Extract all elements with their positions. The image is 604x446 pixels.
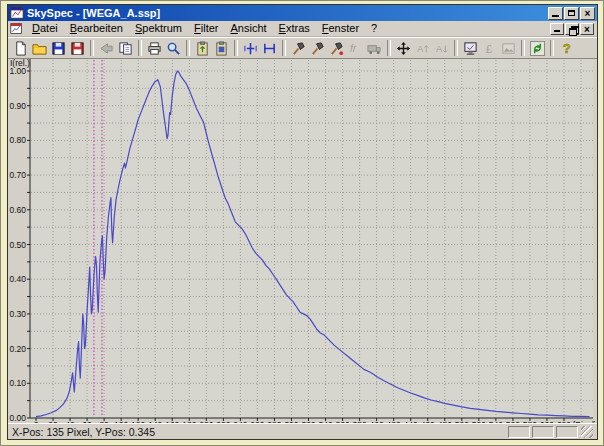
menu-item-bearbeiten[interactable]: Bearbeiten	[64, 21, 129, 36]
picture-icon	[501, 41, 516, 56]
plot-area[interactable]	[30, 59, 593, 418]
fr-icon: fr	[348, 41, 363, 56]
x-tick-label: 60	[82, 420, 92, 423]
svg-text:fr: fr	[350, 43, 357, 54]
folder-icon	[32, 41, 47, 56]
x-tick-label: 280	[267, 420, 281, 423]
x-tick-label: 40	[65, 420, 75, 423]
svg-text:£: £	[486, 42, 493, 54]
menu-item-datei[interactable]: Datei	[26, 21, 64, 36]
copy-button[interactable]	[116, 39, 135, 57]
crosshair-cursor-button[interactable]	[241, 39, 260, 57]
move-button[interactable]	[394, 39, 413, 57]
scale-down-button: A	[432, 39, 451, 57]
x-tick-label: 440	[404, 420, 418, 423]
x-tick-label: 380	[353, 420, 367, 423]
x-tick-label: 240	[233, 420, 247, 423]
status-panel	[556, 426, 578, 438]
tool-2-button[interactable]	[308, 39, 327, 57]
save-button[interactable]	[49, 39, 68, 57]
display-button[interactable]	[461, 39, 480, 57]
title-bar[interactable]: SkySpec - [WEGA_A.ssp] ×	[8, 5, 597, 21]
tool-1-button[interactable]	[289, 39, 308, 57]
floppy-red-icon	[70, 41, 85, 56]
menu-item-extras[interactable]: Extras	[273, 21, 316, 36]
x-tick-label: 460	[421, 420, 435, 423]
mdi-minimize-button[interactable]	[550, 23, 564, 35]
spectrum-chart[interactable]: 0204060801001201401601802002202402602803…	[8, 59, 595, 423]
paste-spectrum-button[interactable]	[193, 39, 212, 57]
save-as-button[interactable]	[68, 39, 87, 57]
printer-icon	[147, 41, 162, 56]
help-icon: ?	[559, 41, 574, 56]
toolbar-separator	[138, 40, 142, 56]
page-icon	[13, 41, 28, 56]
hammer-icon	[310, 41, 325, 56]
x-tick-label: 120	[131, 420, 145, 423]
x-tick-label: 500	[455, 420, 469, 423]
y-tick-label: 0.00	[9, 413, 26, 423]
tool-3-button[interactable]	[327, 39, 346, 57]
print-button[interactable]	[145, 39, 164, 57]
x-tick-label: 620	[557, 420, 571, 423]
copy-icon	[118, 41, 133, 56]
open-file-button[interactable]	[30, 39, 49, 57]
y-tick-label: 0.10	[9, 378, 26, 388]
x-tick-label: 600	[540, 420, 554, 423]
toolbar-separator	[186, 40, 190, 56]
menu-item-ansicht[interactable]: Ansicht	[224, 21, 272, 36]
menu-item-[interactable]: ?	[365, 21, 383, 36]
range-icon	[262, 41, 277, 56]
mdi-restore-button[interactable]	[565, 23, 579, 35]
x-tick-label: 140	[148, 420, 162, 423]
chart-area: 0204060801001201401601802002202402602803…	[8, 59, 597, 423]
mdi-close-button[interactable]: ×	[580, 23, 594, 35]
document-icon[interactable]	[10, 22, 23, 35]
maximize-button[interactable]	[564, 7, 579, 20]
help-button[interactable]: ?	[557, 39, 576, 57]
hammer-dot-icon	[329, 41, 344, 56]
status-panel	[532, 426, 554, 438]
y-tick-label: 0.40	[9, 274, 26, 284]
menu-item-filter[interactable]: Filter	[188, 21, 224, 36]
toolbar-separator	[282, 40, 286, 56]
x-axis-unit-label: [Pixel]	[573, 420, 595, 423]
arrow-left-icon	[99, 41, 114, 56]
y-tick-label: 0.50	[9, 240, 26, 250]
refresh-icon	[530, 41, 545, 56]
refresh-button[interactable]	[528, 39, 547, 57]
x-tick-label: 180	[182, 420, 196, 423]
toolbar-separator	[550, 40, 554, 56]
crosshair-icon	[243, 41, 258, 56]
x-tick-label: 20	[48, 420, 58, 423]
app-icon	[10, 6, 24, 20]
pound-icon: £	[482, 41, 497, 56]
hammer-icon	[291, 41, 306, 56]
menu-item-spektrum[interactable]: Spektrum	[129, 21, 188, 36]
image-button	[499, 39, 518, 57]
x-tick-label: 340	[318, 420, 332, 423]
toolbar-separator	[454, 40, 458, 56]
close-button[interactable]: ×	[580, 7, 595, 20]
svg-text:A: A	[436, 44, 443, 54]
calibrate-button: £	[480, 39, 499, 57]
menu-item-fenster[interactable]: Fenster	[316, 21, 365, 36]
x-tick-label: 260	[250, 420, 264, 423]
x-tick-label: 100	[114, 420, 128, 423]
export-button	[365, 39, 384, 57]
copy-image-button[interactable]	[212, 39, 231, 57]
window-title: SkySpec - [WEGA_A.ssp]	[27, 7, 545, 19]
toolbar: frAA£?	[8, 37, 597, 59]
toolbar-separator	[387, 40, 391, 56]
mdi-window-controls: ×	[550, 23, 594, 35]
zoom-button[interactable]	[164, 39, 183, 57]
minimize-button[interactable]	[548, 7, 563, 20]
status-position: X-Pos: 135 Pixel, Y-Pos: 0.345	[12, 426, 506, 438]
y-tick-label: 0.80	[9, 135, 26, 145]
range-select-button[interactable]	[260, 39, 279, 57]
new-file-button[interactable]	[11, 39, 30, 57]
y-tick-label: 0.30	[9, 309, 26, 319]
window-controls: ×	[548, 7, 595, 20]
resize-grip[interactable]	[581, 426, 593, 438]
y-tick-label: 0.70	[9, 170, 26, 180]
